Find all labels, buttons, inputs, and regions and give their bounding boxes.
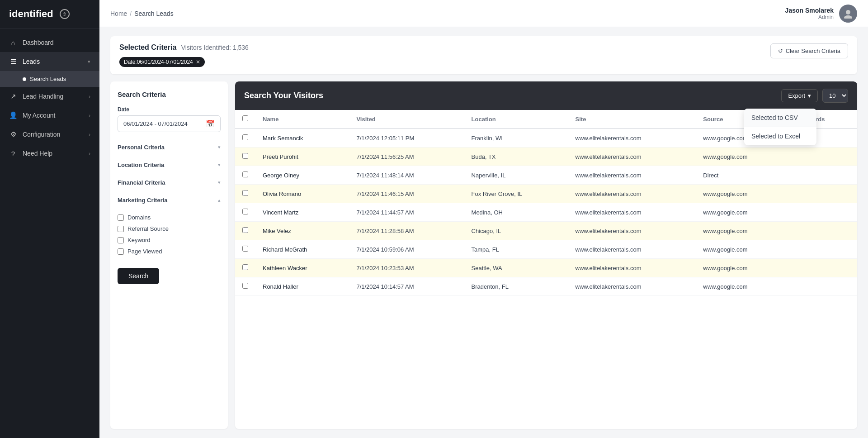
row-checkbox-cell (235, 166, 255, 185)
col-name: Name (255, 110, 349, 129)
checkbox-domains[interactable]: Domains (118, 212, 221, 223)
app-name: identified (9, 8, 53, 20)
row-checkbox[interactable] (242, 264, 248, 270)
sidebar: identified ⏱ ⌂ Dashboard ☰ Leads ▾ Searc… (0, 0, 99, 438)
marketing-criteria-label: Marketing Criteria (118, 197, 168, 204)
sidebar-item-label: My Account (23, 112, 55, 119)
dashboard-icon: ⌂ (9, 38, 17, 47)
marketing-criteria-header[interactable]: Marketing Criteria ▴ (118, 192, 221, 208)
row-name: Vincent Martz (255, 203, 349, 222)
selected-criteria-title: Selected Criteria (119, 43, 176, 51)
row-checkbox[interactable] (242, 283, 248, 289)
clear-search-criteria-button[interactable]: ↺ Clear Search Criteria (770, 43, 848, 58)
row-source: Direct (696, 166, 789, 185)
location-criteria-header[interactable]: Location Criteria ▾ (118, 157, 221, 173)
row-checkbox[interactable] (242, 246, 248, 252)
select-all-checkbox[interactable] (242, 115, 248, 121)
criteria-tag-date: Date:06/01/2024-07/01/2024 ✕ (119, 57, 205, 67)
sidebar-item-lead-handling[interactable]: ↗ Lead Handling › (0, 87, 99, 106)
date-input[interactable]: 06/01/2024 - 07/01/2024 📅 (118, 115, 221, 132)
sidebar-item-my-account[interactable]: 👤 My Account › (0, 106, 99, 125)
row-checkbox[interactable] (242, 134, 248, 140)
breadcrumb-separator: / (130, 10, 132, 17)
row-checkbox[interactable] (242, 153, 248, 159)
location-chevron-down-icon: ▾ (218, 162, 221, 168)
criteria-tag-close-icon[interactable]: ✕ (196, 59, 200, 65)
row-location: Chicago, IL (464, 222, 568, 240)
table-row: Olivia Romano 7/1/2024 11:46:15 AM Fox R… (235, 185, 857, 203)
date-group: Date 06/01/2024 - 07/01/2024 📅 (118, 106, 221, 132)
row-location: Fox River Grove, IL (464, 185, 568, 203)
date-label: Date (118, 106, 221, 113)
row-site: www.elitelakerentals.com (568, 259, 696, 277)
main-content: Home / Search Leads Jason Smolarek Admin… (99, 0, 868, 438)
export-button[interactable]: Export ▾ (781, 89, 818, 102)
lead-handling-icon: ↗ (9, 92, 17, 100)
chevron-right-icon: › (89, 151, 90, 156)
sidebar-item-configuration[interactable]: ⚙ Configuration › (0, 125, 99, 144)
row-visited: 7/1/2024 12:05:11 PM (349, 129, 464, 148)
calendar-icon: 📅 (206, 119, 215, 128)
page-viewed-checkbox[interactable] (118, 248, 124, 255)
personal-criteria-header[interactable]: Personal Criteria ▾ (118, 139, 221, 155)
criteria-tag-label: Date:06/01/2024-07/01/2024 (124, 59, 193, 65)
user-role: Admin (785, 14, 834, 20)
marketing-items: Domains Referral Source Keyword Pag (118, 208, 221, 261)
checkbox-referral-source[interactable]: Referral Source (118, 223, 221, 234)
sidebar-item-need-help[interactable]: ? Need Help › (0, 144, 99, 163)
row-source: www.google.com (696, 277, 789, 296)
row-visited: 7/1/2024 10:14:57 AM (349, 277, 464, 296)
row-checkbox-cell (235, 203, 255, 222)
sidebar-item-search-leads[interactable]: Search Leads (0, 71, 99, 87)
logo-area: identified ⏱ (0, 0, 99, 29)
breadcrumb-home[interactable]: Home (110, 10, 127, 17)
search-panel: Search Criteria Date 06/01/2024 - 07/01/… (110, 81, 228, 429)
financial-criteria-header[interactable]: Financial Criteria ▾ (118, 175, 221, 190)
row-checkbox[interactable] (242, 171, 248, 177)
row-site: www.elitelakerentals.com (568, 148, 696, 166)
row-name: Mark Semancik (255, 129, 349, 148)
per-page-select[interactable]: 10 25 50 (822, 89, 848, 103)
row-name: Preeti Purohit (255, 148, 349, 166)
sidebar-item-leads[interactable]: ☰ Leads ▾ (0, 52, 99, 71)
sidebar-item-dashboard[interactable]: ⌂ Dashboard (0, 33, 99, 52)
personal-chevron-down-icon: ▾ (218, 144, 221, 150)
chevron-down-icon: ▾ (808, 92, 811, 99)
sidebar-item-label: Lead Handling (23, 93, 63, 100)
user-info: Jason Smolarek Admin (785, 5, 857, 23)
row-visited: 7/1/2024 10:59:06 AM (349, 240, 464, 259)
row-name: Ronald Haller (255, 277, 349, 296)
row-keywords (789, 185, 857, 203)
referral-source-checkbox[interactable] (118, 226, 124, 232)
search-button[interactable]: Search (118, 268, 159, 284)
export-excel-option[interactable]: Selected to Excel (744, 127, 816, 145)
export-csv-option[interactable]: Selected to CSV (744, 109, 816, 127)
row-keywords (789, 148, 857, 166)
row-checkbox[interactable] (242, 190, 248, 196)
keyword-checkbox[interactable] (118, 237, 124, 243)
chevron-right-icon: › (89, 113, 90, 118)
row-checkbox[interactable] (242, 209, 248, 214)
row-location: Naperville, IL (464, 166, 568, 185)
row-checkbox[interactable] (242, 227, 248, 233)
row-location: Medina, OH (464, 203, 568, 222)
row-keywords (789, 222, 857, 240)
row-keywords (789, 166, 857, 185)
checkbox-page-viewed[interactable]: Page Viewed (118, 246, 221, 257)
checkbox-keyword[interactable]: Keyword (118, 234, 221, 246)
sidebar-nav: ⌂ Dashboard ☰ Leads ▾ Search Leads ↗ Lea… (0, 29, 99, 438)
row-checkbox-cell (235, 240, 255, 259)
row-visited: 7/1/2024 11:46:15 AM (349, 185, 464, 203)
avatar (839, 5, 857, 23)
breadcrumb: Home / Search Leads (110, 10, 174, 17)
row-site: www.elitelakerentals.com (568, 166, 696, 185)
chevron-right-icon: › (89, 94, 90, 99)
user-name: Jason Smolarek (785, 7, 834, 14)
domains-checkbox[interactable] (118, 214, 124, 221)
personal-criteria-section: Personal Criteria ▾ (118, 139, 221, 155)
results-title: Search Your Visitors (244, 91, 323, 100)
row-checkbox-cell (235, 222, 255, 240)
visitors-count: Visitors Identified: 1,536 (181, 44, 249, 51)
export-dropdown: Selected to CSV Selected to Excel (744, 109, 816, 145)
svg-point-1 (844, 15, 852, 19)
